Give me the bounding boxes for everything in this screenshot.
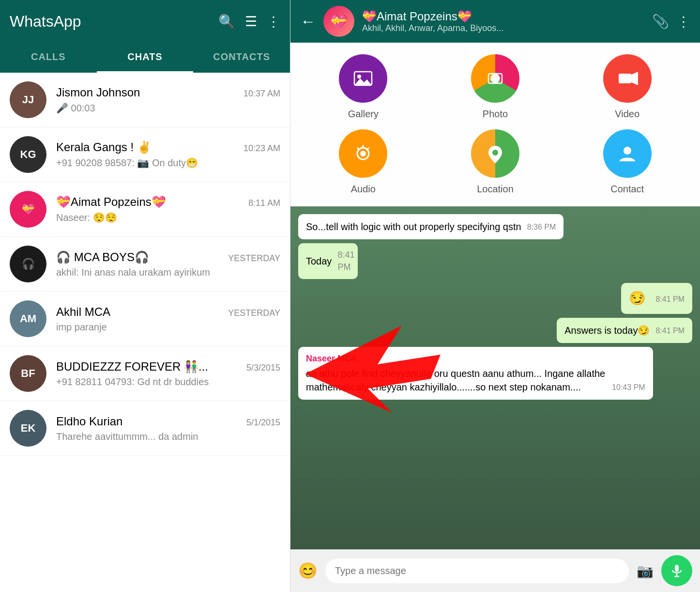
svg-marker-8 (631, 72, 638, 85)
svg-point-1 (357, 75, 361, 78)
left-panel: WhatsApp 🔍 ☰ ⋮ CALLS CHATS CONTACTS JJ J… (0, 0, 290, 592)
chat-name-jismon: Jismon Johnson (56, 86, 140, 99)
header-icons: 🔍 ☰ ⋮ (218, 14, 280, 30)
chat-avatar: 💝 (323, 6, 354, 37)
chat-time-eldho: 5/1/2015 (246, 418, 280, 428)
input-bar: 😊 📷 (290, 549, 700, 592)
attach-gallery[interactable]: Gallery (302, 54, 425, 120)
right-panel: ← 💝 💝Aimat Popzeins💝 Akhil, Akhil, Anwar… (290, 0, 700, 592)
video-icon (603, 54, 652, 103)
chat-name-akhil: Akhil MCA (56, 305, 110, 319)
contact-icon (603, 129, 652, 178)
svg-rect-7 (619, 74, 631, 83)
attach-audio[interactable]: Audio (302, 129, 425, 195)
avatar-aimat: 💝 (10, 191, 46, 228)
chat-list: JJ Jismon Johnson 10:37 AM 🎤 00:03 KG Ke… (0, 73, 290, 592)
chat-info-akhil: Akhil MCA YESTERDAY imp paranje (56, 305, 280, 333)
attach-photo[interactable]: Photo (434, 54, 557, 120)
gallery-icon (339, 54, 387, 103)
attach-location[interactable]: Location (434, 129, 557, 195)
more-options-icon[interactable]: ⋮ (677, 14, 690, 30)
photo-label: Photo (483, 109, 508, 120)
attach-menu: Gallery Photo Video (290, 43, 700, 206)
chat-name-buddiezzz: BUDDIEZZZ FOREVER 👫... (56, 360, 208, 374)
avatar-eldho: EK (10, 410, 46, 447)
message-3: 😏 8:41 PM (621, 283, 692, 313)
message-4: Answers is today😏8:41 PM (557, 318, 692, 343)
location-label: Location (477, 184, 514, 195)
svg-point-11 (492, 150, 498, 156)
chat-time-kerala: 10:23 AM (243, 143, 280, 154)
chat-info-mca: 🎧 MCA BOYS🎧 YESTERDAY akhil: Ini anas na… (56, 250, 280, 278)
chat-preview-jismon: 🎤 00:03 (56, 102, 280, 114)
message-icon[interactable]: ☰ (245, 14, 257, 30)
search-icon[interactable]: 🔍 (218, 14, 235, 30)
messages-area[interactable]: So...tell with logic with out properly s… (290, 206, 700, 549)
chat-item-akhil[interactable]: AM Akhil MCA YESTERDAY imp paranje (0, 292, 290, 346)
chat-info-jismon: Jismon Johnson 10:37 AM 🎤 00:03 (56, 86, 280, 114)
message-1: So...tell with logic with out properly s… (298, 214, 563, 239)
tab-chats[interactable]: CHATS (97, 43, 194, 73)
chat-time-akhil: YESTERDAY (228, 308, 280, 318)
tabs: CALLS CHATS CONTACTS (0, 43, 290, 73)
app-title: WhatsApp (10, 13, 81, 31)
location-icon (471, 129, 519, 178)
photo-icon (471, 54, 519, 103)
svg-point-10 (360, 151, 366, 156)
chat-name-kerala: Kerala Gangs ! ✌ (56, 140, 152, 154)
chat-header: ← 💝 💝Aimat Popzeins💝 Akhil, Akhil, Anwar… (290, 0, 700, 43)
menu-icon[interactable]: ⋮ (267, 14, 280, 30)
avatar-kerala: KG (10, 136, 46, 173)
video-label: Video (615, 109, 639, 120)
chat-info-kerala: Kerala Gangs ! ✌ 10:23 AM +91 90208 9858… (56, 140, 280, 169)
gallery-label: Gallery (348, 109, 379, 120)
chat-time-mca: YESTERDAY (228, 253, 280, 264)
chat-preview-buddiezzz: +91 82811 04793: Gd nt dr buddies (56, 376, 280, 388)
chat-preview-akhil: imp paranje (56, 322, 280, 333)
tab-calls[interactable]: CALLS (0, 43, 97, 73)
chat-name-eldho: Eldho Kurian (56, 415, 122, 428)
svg-marker-2 (354, 78, 372, 85)
chat-header-info: 💝Aimat Popzeins💝 Akhil, Akhil, Anwar, Ap… (362, 10, 652, 33)
chat-info-buddiezzz: BUDDIEZZZ FOREVER 👫... 5/3/2015 +91 8281… (56, 360, 280, 388)
chat-preview-mca: akhil: Ini anas nala urakam ayirikum (56, 267, 280, 278)
chat-item-jismon[interactable]: JJ Jismon Johnson 10:37 AM 🎤 00:03 (0, 73, 290, 127)
chat-item-mca[interactable]: 🎧 🎧 MCA BOYS🎧 YESTERDAY akhil: Ini anas … (0, 237, 290, 292)
svg-rect-14 (675, 565, 679, 572)
chat-time-aimat: 8:11 AM (248, 198, 280, 208)
chat-info-aimat: 💝Aimat Popzeins💝 8:11 AM Naseer: 😌😌 (56, 195, 280, 223)
emoji-button[interactable]: 😊 (298, 561, 318, 580)
app-header: WhatsApp 🔍 ☰ ⋮ (0, 0, 290, 43)
chat-name-aimat: 💝Aimat Popzeins💝 (56, 195, 166, 209)
chat-item-kerala[interactable]: KG Kerala Gangs ! ✌ 10:23 AM +91 90208 9… (0, 127, 290, 182)
chat-preview-kerala: +91 90208 98587: 📷 On duty😁 (56, 157, 280, 169)
message-input[interactable] (325, 559, 629, 583)
chat-header-name: 💝Aimat Popzeins💝 (362, 10, 652, 23)
chat-header-actions: 📎 ⋮ (652, 14, 690, 30)
avatar-mca: 🎧 (10, 246, 46, 282)
chat-item-eldho[interactable]: EK Eldho Kurian 5/1/2015 Tharehe aavittu… (0, 401, 290, 456)
tab-contacts[interactable]: CONTACTS (193, 43, 290, 73)
avatar-jismon: JJ (10, 81, 46, 118)
back-button[interactable]: ← (300, 13, 316, 31)
attach-contact[interactable]: Contact (566, 129, 688, 195)
chat-item-aimat[interactable]: 💝 💝Aimat Popzeins💝 8:11 AM Naseer: 😌😌 (0, 182, 290, 237)
audio-label: Audio (351, 184, 376, 195)
chat-time-jismon: 10:37 AM (243, 89, 280, 99)
attachment-icon[interactable]: 📎 (652, 14, 669, 30)
camera-button[interactable]: 📷 (637, 563, 654, 579)
chat-preview-aimat: Naseer: 😌😌 (56, 212, 280, 223)
svg-point-6 (492, 75, 499, 82)
contact-label: Contact (610, 184, 644, 195)
chat-preview-eldho: Tharehe aavittummm... da admin (56, 431, 280, 442)
chat-item-buddiezzz[interactable]: BF BUDDIEZZZ FOREVER 👫... 5/3/2015 +91 8… (0, 346, 290, 401)
mic-button[interactable] (661, 555, 692, 586)
date-divider: Today 8:41 PM (298, 243, 378, 279)
attach-video[interactable]: Video (566, 54, 688, 120)
message-5: Naseer MCA aa athu pole find cheyyanulla… (298, 347, 653, 400)
svg-point-12 (624, 147, 631, 155)
chat-name-mca: 🎧 MCA BOYS🎧 (56, 250, 149, 264)
audio-icon (339, 129, 387, 178)
avatar-buddiezzz: BF (10, 355, 46, 392)
chat-info-eldho: Eldho Kurian 5/1/2015 Tharehe aavittummm… (56, 415, 280, 442)
